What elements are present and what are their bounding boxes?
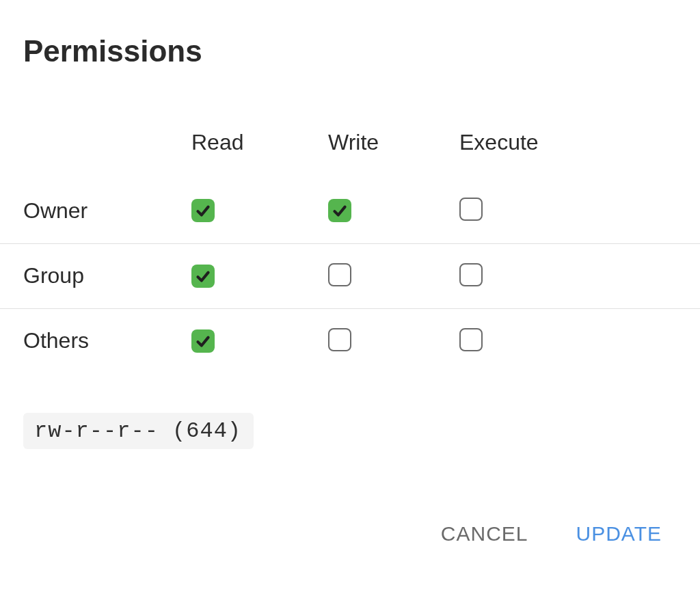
checkbox-owner-execute[interactable] [459,198,483,221]
row-others: Others [0,308,700,373]
page-title: Permissions [23,34,700,68]
update-button[interactable]: UPDATE [576,522,662,545]
permissions-table: Read Write Execute Owner Group Others [0,130,700,373]
cancel-button[interactable]: CANCEL [441,522,528,545]
checkbox-group-read[interactable] [191,265,215,288]
role-label-others: Others [0,308,191,373]
checkbox-group-execute[interactable] [459,263,483,286]
column-write-header: Write [328,130,459,178]
checkbox-others-write[interactable] [328,328,351,351]
role-label-group: Group [0,243,191,308]
checkbox-others-read[interactable] [191,329,215,353]
dialog-actions: CANCEL UPDATE [441,522,662,545]
permission-mode-string: rw-r--r-- (644) [23,413,254,449]
row-owner: Owner [0,178,700,243]
checkbox-others-execute[interactable] [459,328,483,351]
checkbox-owner-read[interactable] [191,199,215,222]
checkbox-group-write[interactable] [328,263,351,286]
column-read-header: Read [191,130,328,178]
row-group: Group [0,243,700,308]
column-execute-header: Execute [459,130,700,178]
role-label-owner: Owner [0,178,191,243]
checkbox-owner-write[interactable] [328,199,351,222]
